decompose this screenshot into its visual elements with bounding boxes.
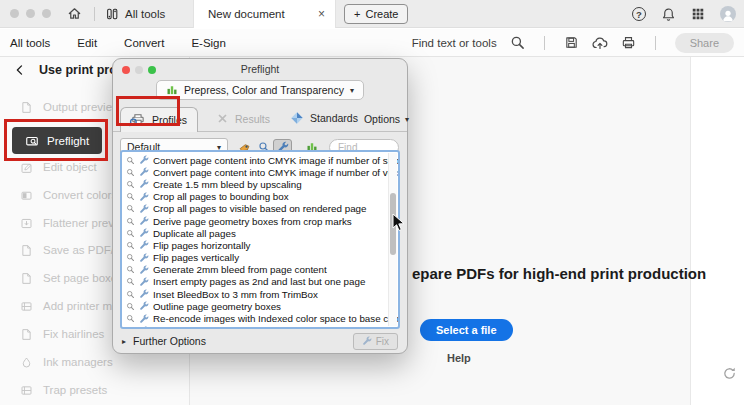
wrench-icon (139, 179, 149, 189)
sidebar-item-convert-colors[interactable]: Convert colors (20, 182, 117, 208)
page-title: epare PDFs for high-end print production (412, 265, 706, 282)
list-item[interactable]: Insert empty pages as 2nd and last but o… (122, 276, 398, 288)
sidebar-item-edit-object[interactable]: Edit object (20, 154, 97, 180)
back-chevron-icon[interactable] (14, 64, 26, 76)
home-icon[interactable] (67, 6, 82, 21)
trap-presets-icon (20, 384, 33, 397)
check-icon (126, 217, 135, 226)
plus-icon: + (354, 8, 360, 20)
preflight-icon (25, 134, 39, 148)
wrench-icon (139, 216, 149, 226)
tab-standards[interactable]: Standards (284, 111, 364, 131)
check-icon (126, 241, 135, 250)
create-button[interactable]: + Create (344, 4, 408, 24)
list-item[interactable]: Crop all pages to visible based on rende… (122, 203, 398, 215)
divider (94, 7, 95, 21)
flattener-preview-icon (20, 217, 33, 230)
disclosure-triangle-icon: ▸ (122, 337, 126, 346)
dialog-titlebar[interactable]: Preflight (113, 59, 407, 79)
tab-results[interactable]: Results (210, 112, 276, 131)
wrench-icon (362, 336, 372, 346)
list-item[interactable]: Convert page content into CMYK image if … (122, 166, 398, 178)
divider (544, 36, 545, 50)
check-icon (126, 277, 135, 286)
wrench-icon (139, 289, 149, 299)
help-icon[interactable]: ? (632, 7, 646, 21)
tab-new-document[interactable]: New document × (193, 0, 336, 28)
fixups-list[interactable]: Convert page content into CMYK image if … (120, 150, 400, 329)
further-options-disclosure[interactable]: ▸ Further Options (122, 335, 206, 347)
select-a-file-button[interactable]: Select a file (420, 319, 513, 341)
avatar[interactable] (720, 6, 736, 22)
check-icon (126, 168, 135, 177)
apps-grid-icon[interactable] (691, 7, 705, 21)
set-page-boxes-icon (20, 272, 33, 285)
chevron-down-icon: ▾ (405, 115, 409, 124)
find-text-label[interactable]: Find text or tools (412, 37, 497, 49)
right-rail (690, 57, 744, 405)
list-item[interactable]: Inset BleedBox to 3 mm from TrimBox (122, 288, 398, 300)
document-tab-label: New document (194, 8, 318, 20)
list-item[interactable]: Crop all pages to bounding box (122, 191, 398, 203)
options-menu[interactable]: Options ▾ (364, 113, 409, 131)
sidebar-item-output-preview[interactable]: Output preview (20, 94, 120, 120)
search-icon[interactable] (510, 35, 525, 50)
help-link[interactable]: Help (447, 352, 471, 364)
tab-profiles[interactable]: Profiles (120, 107, 198, 132)
ink-managers-icon (20, 356, 33, 369)
sidebar-item-preflight[interactable]: Preflight (12, 127, 102, 154)
save-icon[interactable] (564, 35, 579, 50)
results-icon (216, 112, 229, 125)
check-icon (126, 302, 135, 311)
dialog-tabs: Profiles Results Standards Options ▾ (113, 105, 407, 132)
list-item[interactable]: Outline page geometry boxes (122, 300, 398, 312)
wrench-icon (139, 228, 149, 238)
wrench-icon (139, 301, 149, 311)
sidebar-item-ink-managers[interactable]: Ink managers (20, 349, 113, 375)
close-icon[interactable]: × (318, 7, 335, 21)
wrench-icon (139, 253, 149, 263)
sidebar-item-fix-hairlines[interactable]: Fix hairlines (20, 321, 104, 347)
chevron-down-icon: ▾ (350, 86, 354, 95)
window-controls[interactable] (10, 9, 51, 18)
menu-esign[interactable]: E-Sign (191, 37, 226, 49)
sidebar-item-trap-presets[interactable]: Trap presets (20, 377, 107, 403)
menubar: All tools Edit Convert E-Sign Find text … (0, 29, 744, 57)
add-printer-marks-icon (20, 300, 33, 313)
tab-all-tools[interactable]: All tools (105, 7, 165, 21)
cloud-upload-icon[interactable] (592, 35, 608, 51)
profiles-icon (129, 112, 146, 127)
list-item[interactable]: Convert page content into CMYK image if … (122, 154, 398, 166)
scrollbar-track[interactable] (388, 153, 397, 326)
traffic-lights[interactable] (122, 66, 156, 74)
refresh-icon[interactable] (722, 366, 737, 381)
zoom-window-icon (148, 66, 156, 74)
sidebar-item-save-as-pdfx[interactable]: Save as PDF/X (20, 237, 122, 263)
check-icon (126, 265, 135, 274)
notifications-icon[interactable] (661, 7, 676, 22)
menu-convert[interactable]: Convert (124, 37, 164, 49)
print-icon[interactable] (621, 35, 636, 50)
list-item[interactable]: Derive page geometry boxes from crop mar… (122, 215, 398, 227)
check-icon (126, 314, 135, 323)
list-item[interactable]: Re-encode images with Indexed color spac… (122, 312, 398, 324)
list-item[interactable]: Duplicate all pages (122, 227, 398, 239)
sidebar-item-set-page-boxes[interactable]: Set page boxes (20, 265, 123, 291)
dialog-title: Preflight (113, 59, 407, 80)
list-item[interactable]: Flip pages vertically (122, 252, 398, 264)
list-item[interactable]: Create 1.5 mm bleed by upscaling (122, 178, 398, 190)
list-item[interactable]: Generate 2mm bleed from page content (122, 264, 398, 276)
fix-button[interactable]: Fix (353, 333, 398, 350)
wrench-icon (139, 155, 149, 165)
save-as-pdfx-icon (20, 244, 33, 257)
check-icon (126, 229, 135, 238)
menu-all-tools[interactable]: All tools (10, 37, 50, 49)
menu-edit[interactable]: Edit (77, 37, 97, 49)
minimize-window-icon (135, 66, 143, 74)
standards-icon (290, 111, 304, 125)
check-icon (126, 156, 135, 165)
check-icon (126, 192, 135, 201)
library-dropdown[interactable]: Prepress, Color and Transparency ▾ (156, 80, 364, 100)
list-item[interactable]: Flip pages horizontally (122, 239, 398, 251)
share-button[interactable]: Share (675, 33, 734, 53)
